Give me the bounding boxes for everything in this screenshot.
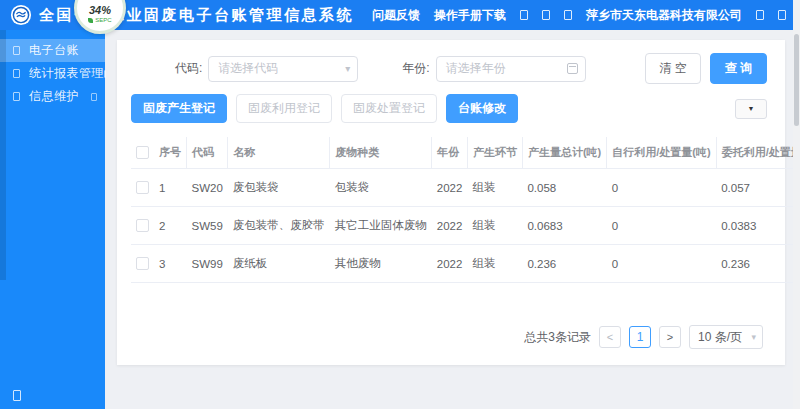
cell-total: 0.236	[522, 245, 606, 283]
cell-code: SW59	[187, 207, 228, 245]
sidebar-menu: 电子台账 统计报表管理 信息维护	[0, 30, 105, 108]
placeholder-glyph-icon[interactable]	[520, 10, 528, 20]
code-select-placeholder: 请选择代码	[218, 60, 278, 77]
next-page-button[interactable]: >	[659, 326, 681, 348]
chevron-right-icon	[104, 70, 106, 78]
cell-entrust-amount: 0.0383	[716, 207, 800, 245]
cell-no: 2	[154, 207, 187, 245]
ledger-modify-button[interactable]: 台账修改	[446, 94, 518, 123]
cell-total: 0.058	[522, 169, 606, 207]
cell-name: 废包装袋	[228, 169, 330, 207]
placeholder-glyph-icon[interactable]	[778, 10, 786, 20]
cell-waste-type: 其他废物	[330, 245, 432, 283]
col-header: 代码	[187, 137, 228, 169]
code-select[interactable]: 请选择代码 ▾	[208, 56, 358, 82]
company-name: 萍乡市天东电器科技有限公司	[586, 7, 742, 24]
cell-year: 2022	[432, 169, 468, 207]
badge-sub-label: SEPC	[95, 17, 111, 23]
chevron-right-icon: >	[667, 331, 673, 343]
cell-name: 废包装带、废胶带	[228, 207, 330, 245]
content-card: 代码: 请选择代码 ▾ 年份: 请选择年份 清 空 查 询 固废产生登记 固废利…	[117, 40, 785, 365]
cell-waste-type: 其它工业固体废物	[330, 207, 432, 245]
prev-page-button[interactable]: <	[599, 326, 621, 348]
col-header: 年份	[432, 137, 468, 169]
col-header: 序号	[154, 137, 187, 169]
cell-total: 0.0683	[522, 207, 606, 245]
table-row: 3 SW99 废纸板 其他废物 2022 组装 0.236 0 0.236 20…	[131, 245, 800, 283]
search-button[interactable]: 查 询	[710, 53, 767, 84]
table-row: 2 SW59 废包装带、废胶带 其它工业固体废物 2022 组装 0.0683 …	[131, 207, 800, 245]
cell-entrust-amount: 0.057	[716, 169, 800, 207]
cell-self-amount: 0	[607, 207, 716, 245]
page-number-button[interactable]: 1	[629, 326, 651, 348]
cell-entrust-amount: 0.236	[716, 245, 800, 283]
filter-bar: 代码: 请选择代码 ▾ 年份: 请选择年份 清 空 查 询	[131, 53, 767, 84]
sidebar-item-electronic-ledger[interactable]: 电子台账	[0, 39, 105, 62]
pagination: 总共3条记录 < 1 > 10 条/页 ▾	[131, 325, 767, 353]
col-header: 产生环节	[467, 137, 522, 169]
col-header: 废物种类	[330, 137, 432, 169]
placeholder-glyph-icon[interactable]	[542, 10, 550, 20]
menu-glyph-icon	[13, 92, 20, 101]
waste-utilization-register-button[interactable]: 固废利用登记	[236, 94, 332, 123]
clear-button[interactable]: 清 空	[645, 53, 700, 84]
calendar-icon	[567, 63, 578, 74]
row-checkbox[interactable]	[136, 257, 149, 270]
sidebar-item-report-management[interactable]: 统计报表管理	[0, 62, 105, 85]
chevron-down-icon: ▼	[748, 105, 755, 112]
sidebar-item-info-maintenance[interactable]: 信息维护	[0, 85, 105, 108]
app-logo-icon	[10, 4, 32, 26]
col-header: 产生量总计(吨)	[522, 137, 606, 169]
action-bar: 固废产生登记 固废利用登记 固废处置登记 台账修改 ▼	[131, 94, 767, 123]
row-checkbox[interactable]	[136, 181, 149, 194]
select-all-checkbox[interactable]	[136, 146, 149, 159]
chevron-left-icon: <	[607, 331, 613, 343]
waste-generation-register-button[interactable]: 固废产生登记	[131, 94, 227, 123]
sidebar-item-label: 信息维护	[29, 88, 79, 105]
chevron-down-icon: ▾	[751, 332, 756, 342]
row-checkbox[interactable]	[136, 219, 149, 232]
menu-glyph-icon	[13, 46, 20, 55]
cell-self-amount: 0	[607, 245, 716, 283]
cell-waste-type: 包装袋	[330, 169, 432, 207]
code-filter-label: 代码:	[175, 60, 202, 77]
feedback-link[interactable]: 问题反馈	[372, 7, 420, 24]
menu-glyph-icon	[13, 69, 20, 78]
manual-download-link[interactable]: 操作手册下载	[434, 7, 506, 24]
page-scrollbar[interactable]	[793, 0, 800, 409]
waste-disposal-register-button[interactable]: 固废处置登记	[341, 94, 437, 123]
placeholder-glyph-icon[interactable]	[756, 10, 764, 20]
cell-name: 废纸板	[228, 245, 330, 283]
chevron-down-icon: ▾	[345, 64, 350, 74]
cell-self-amount: 0	[607, 169, 716, 207]
col-header: 委托利用/处置量(吨)	[716, 137, 800, 169]
year-filter-label: 年份:	[402, 60, 429, 77]
cell-stage: 组装	[467, 245, 522, 283]
col-header: 名称	[228, 137, 330, 169]
year-input-placeholder: 请选择年份	[446, 60, 506, 77]
col-header: 自行利用/处置量(吨)	[607, 137, 716, 169]
table-row: 1 SW20 废包装袋 包装袋 2022 组装 0.058 0 0.057 20…	[131, 169, 800, 207]
year-date-input[interactable]: 请选择年份	[436, 56, 586, 82]
sidebar: 电子台账 统计报表管理 信息维护	[0, 30, 105, 409]
cell-no: 3	[154, 245, 187, 283]
ledger-table: 序号 代码 名称 废物种类 年份 产生环节 产生量总计(吨) 自行利用/处置量(…	[131, 137, 800, 283]
pagination-total: 总共3条记录	[524, 329, 591, 346]
main-content: 代码: 请选择代码 ▾ 年份: 请选择年份 清 空 查 询 固废产生登记 固废利…	[105, 30, 793, 409]
chevron-right-icon	[91, 93, 97, 101]
scrollbar-thumb[interactable]	[794, 34, 799, 126]
placeholder-glyph-icon[interactable]	[564, 10, 572, 20]
sidebar-item-label: 统计报表管理	[29, 65, 104, 82]
sidebar-item-label: 电子台账	[29, 42, 79, 59]
cell-stage: 组装	[467, 207, 522, 245]
badge-percent-value: 34%	[77, 4, 123, 16]
page-size-select[interactable]: 10 条/页 ▾	[689, 325, 763, 349]
cell-year: 2022	[432, 207, 468, 245]
cell-code: SW20	[187, 169, 228, 207]
cell-code: SW99	[187, 245, 228, 283]
sidebar-collapse-icon[interactable]	[13, 390, 21, 401]
table-header-row: 序号 代码 名称 废物种类 年份 产生环节 产生量总计(吨) 自行利用/处置量(…	[131, 137, 800, 169]
collapse-toggle-button[interactable]: ▼	[735, 99, 767, 119]
page-size-value: 10 条/页	[698, 329, 742, 346]
leaf-icon	[88, 18, 93, 23]
